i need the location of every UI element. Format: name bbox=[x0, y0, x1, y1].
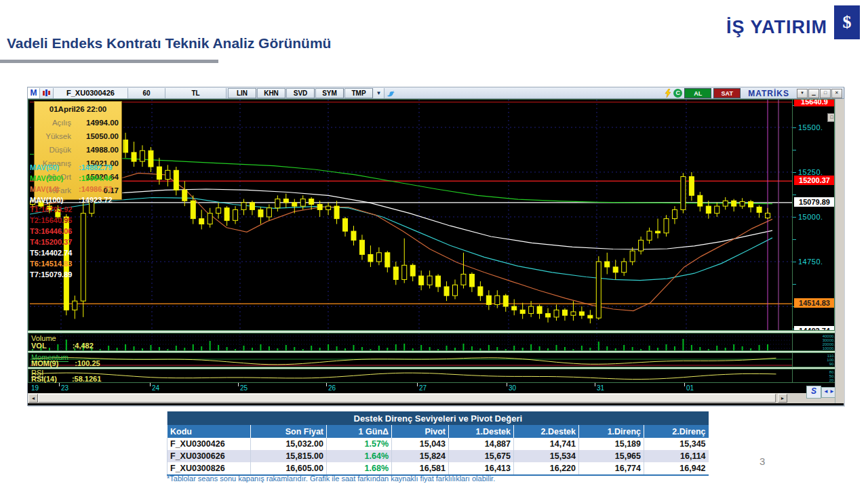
buy-button[interactable]: AL bbox=[684, 88, 711, 98]
column-header: Pivot bbox=[392, 425, 449, 438]
momentum-scale-labels: 110.100.90. bbox=[827, 354, 835, 366]
time-axis-tick bbox=[150, 383, 151, 386]
column-header: Kodu bbox=[167, 425, 251, 438]
value-cell: 1.64% bbox=[327, 450, 392, 462]
twitter-icon[interactable] bbox=[384, 88, 398, 98]
volume-scale-labels: 40000.30000.20000.10000. bbox=[823, 334, 835, 350]
page-number: 3 bbox=[760, 455, 765, 467]
time-axis-label: 27 bbox=[419, 384, 427, 392]
slide: Vadeli Endeks Kontratı Teknik Analiz Gör… bbox=[0, 0, 868, 488]
axis-tick-mark bbox=[793, 195, 796, 195]
t-level-label: T6:14514.83 bbox=[30, 260, 72, 270]
t-level-label: T5:14402.74 bbox=[30, 249, 72, 260]
mode-button-sym[interactable]: SYM bbox=[315, 88, 344, 98]
momentum-pane[interactable]: Momentum MOM(9):100.25 110.100.90. bbox=[28, 352, 835, 367]
toolbar-right-group: C AL SAT MATRİKS ▾▁□✕ bbox=[665, 88, 842, 98]
contract-code-cell: F_XU0300626 bbox=[167, 450, 251, 462]
rsi-scale-labels: 80.50.20. bbox=[829, 370, 835, 382]
time-axis-label: 30 bbox=[509, 384, 516, 392]
chevron-down-icon[interactable]: ▼ bbox=[374, 88, 384, 98]
dropdown-icon[interactable]: ▾ bbox=[797, 89, 808, 98]
column-header: 1.Direnç bbox=[579, 425, 644, 438]
mode-button-tmp[interactable]: TMP bbox=[344, 88, 373, 98]
price-tick-label: 14750. bbox=[798, 258, 823, 266]
t-level-label: T4:15200.37 bbox=[30, 238, 72, 249]
rsi-axis: 80.50.20. bbox=[792, 369, 836, 382]
axis-tick-mark bbox=[793, 284, 796, 285]
value-cell: 16,605.00 bbox=[251, 462, 327, 475]
currency-button[interactable]: TL bbox=[165, 88, 226, 98]
tooltip-value: 14994.00 bbox=[77, 116, 119, 129]
time-axis-tick bbox=[507, 383, 507, 386]
chart-scrollbar[interactable]: ◄ ► bbox=[28, 393, 835, 403]
volume-pane[interactable]: Volume VOL:4,482 40000.30000.20000.10000… bbox=[28, 333, 835, 351]
value-cell: 15,345 bbox=[644, 438, 709, 450]
time-axis-label: 19 bbox=[31, 384, 39, 392]
tooltip-value: 15050.00 bbox=[77, 129, 119, 143]
maximize-icon[interactable]: □ bbox=[820, 89, 831, 98]
minimize-icon[interactable]: ▁ bbox=[808, 89, 819, 98]
t-level-label: T1:16793.92 bbox=[30, 205, 72, 216]
axis-tick-mark bbox=[793, 239, 796, 240]
rsi-pane[interactable]: RSI RSI(14):58.1261 80.50.20. bbox=[28, 369, 835, 383]
axis-tick-mark bbox=[793, 262, 796, 262]
pane-maximize-button[interactable]: □ bbox=[827, 113, 835, 122]
tooltip-row: Düşük14988.00 bbox=[37, 143, 119, 157]
scroll-right-arrow[interactable]: ► bbox=[778, 394, 787, 403]
time-axis[interactable]: 192324252627303101 bbox=[28, 383, 835, 393]
value-cell: 15,815.00 bbox=[251, 450, 327, 462]
tooltip-label: Düşük bbox=[37, 143, 77, 157]
title-underline bbox=[0, 60, 218, 63]
pivot-table: Destek Direnç Seviyeleri ve Pivot Değeri… bbox=[167, 411, 709, 476]
axis-tick-mark bbox=[793, 127, 796, 128]
volume-indicator-label: VOL:4,482 bbox=[31, 342, 94, 350]
time-axis-tick bbox=[59, 383, 60, 386]
chart-type-icon[interactable] bbox=[40, 88, 54, 98]
period-button[interactable]: 60 bbox=[128, 88, 165, 98]
mode-button-svd[interactable]: SVD bbox=[286, 88, 315, 98]
mav-label: MAV(200):15064.46 bbox=[30, 174, 113, 185]
table-row: F_XU030062615,815.001.64%15,82415,67515,… bbox=[167, 450, 709, 462]
refresh-icon[interactable]: C bbox=[673, 89, 682, 98]
table-title: Destek Direnç Seviyeleri ve Pivot Değeri bbox=[167, 411, 709, 425]
sync-icon[interactable]: S bbox=[806, 386, 821, 399]
momentum-chart bbox=[30, 353, 792, 367]
tooltip-row: Yüksek15050.00 bbox=[37, 129, 119, 143]
t-level-labels: T1:16793.92T2:15640.95T3:16446.06T4:1520… bbox=[30, 205, 72, 281]
time-axis-label: 24 bbox=[152, 384, 159, 392]
table-row: F_XU030042615,032.001.57%15,04314,88714,… bbox=[167, 438, 709, 450]
is-bank-emblem-icon: $ bbox=[834, 5, 860, 39]
price-axis[interactable]: 15500.15250.15000.14750.15640.915200.371… bbox=[792, 100, 835, 330]
column-header: Son Fiyat bbox=[251, 425, 327, 438]
time-axis-label: 31 bbox=[597, 384, 604, 392]
close-icon[interactable]: ✕ bbox=[831, 89, 842, 98]
value-cell: 16,413 bbox=[449, 462, 514, 475]
time-axis-tick bbox=[238, 383, 239, 386]
mode-button-khn[interactable]: KHN bbox=[257, 88, 285, 98]
candlestick-chart[interactable] bbox=[30, 100, 792, 331]
value-cell: 15,824 bbox=[392, 450, 449, 462]
tooltip-label: Açılış bbox=[37, 116, 77, 129]
price-badge: 15079.89 bbox=[794, 197, 835, 207]
value-cell: 15,534 bbox=[514, 450, 579, 462]
tooltip-row: Açılış14994.00 bbox=[37, 116, 119, 129]
table-header-row: KoduSon Fiyat1 GünΔPivot1.Destek2.Destek… bbox=[167, 425, 709, 438]
scrollbar-thumb[interactable] bbox=[38, 394, 776, 403]
price-tick-label: 15000. bbox=[798, 213, 823, 221]
mode-button-lin[interactable]: LIN bbox=[228, 88, 256, 98]
column-header: 1.Destek bbox=[449, 425, 514, 438]
matriks-m-icon[interactable]: M bbox=[28, 88, 40, 98]
page-title: Vadeli Endeks Kontratı Teknik Analiz Gör… bbox=[7, 35, 331, 52]
is-yatirim-logo: İŞ YATIRIM $ bbox=[726, 5, 860, 39]
main-chart-pane[interactable]: 01April26 22:00 Açılış14994.00Yüksek1505… bbox=[28, 99, 835, 331]
symbol-field[interactable]: F_XU0300426 bbox=[54, 88, 128, 98]
axis-tick-mark bbox=[793, 172, 796, 173]
value-cell: 15,043 bbox=[392, 438, 449, 450]
contract-code-cell: F_XU0300426 bbox=[167, 438, 251, 450]
axis-tick-mark bbox=[793, 150, 796, 150]
lightning-icon[interactable] bbox=[665, 89, 671, 98]
scroll-left-arrow[interactable]: ◄ bbox=[28, 394, 38, 403]
value-cell: 1.68% bbox=[327, 462, 392, 475]
sell-button[interactable]: SAT bbox=[713, 88, 741, 98]
value-cell: 1.57% bbox=[327, 438, 392, 450]
